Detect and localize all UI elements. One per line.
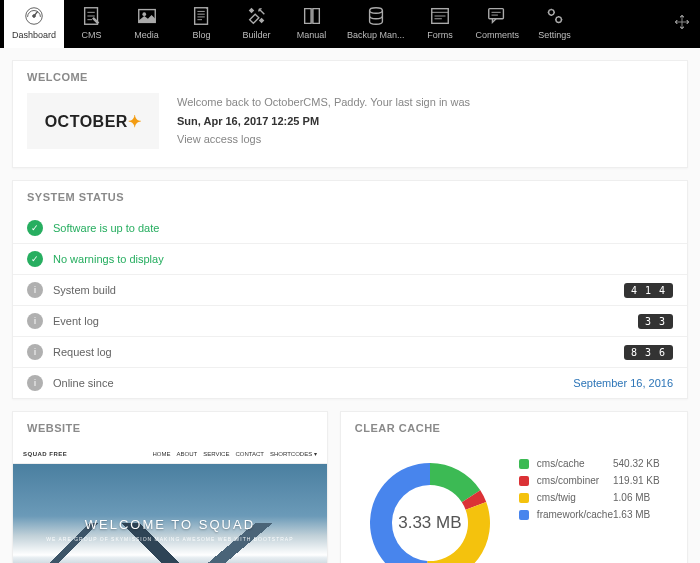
nav-blog[interactable]: Blog [174,0,229,48]
cache-donut-chart: 3.33 MB [355,448,505,563]
check-icon: ✓ [27,220,43,236]
legend-row: cms/twig1.06 MB [519,492,673,503]
preview-nav-item: ABOUT [176,451,197,457]
welcome-card: WELCOME OCTOBER✦ Welcome back to October… [12,60,688,168]
status-row[interactable]: iRequest log8 3 6 [13,336,687,367]
system-status-card: SYSTEM STATUS ✓Software is up to date✓No… [12,180,688,399]
legend-label: cms/twig [537,492,613,503]
hero-subtitle: WE ARE GROUP OF SKYMISSION MAKING AWESOM… [46,536,293,542]
status-link[interactable]: September 16, 2016 [573,377,673,389]
nav-builder[interactable]: Builder [229,0,284,48]
status-row: ✓Software is up to date [13,213,687,243]
legend-row: cms/cache540.32 KB [519,458,673,469]
info-icon: i [27,344,43,360]
legend-value: 1.06 MB [613,492,673,503]
website-preview[interactable]: SQUAD FREE HOMEABOUTSERVICECONTACTSHORTC… [13,444,327,563]
cms-icon [80,4,104,28]
status-label: Software is up to date [53,222,673,234]
status-badge: 3 3 [638,314,673,329]
status-row[interactable]: iSystem build4 1 4 [13,274,687,305]
status-row: ✓No warnings to display [13,243,687,274]
legend-value: 119.91 KB [613,475,673,486]
october-logo: OCTOBER✦ [27,93,159,149]
check-icon: ✓ [27,251,43,267]
view-access-logs-link[interactable]: View access logs [177,130,470,149]
info-icon: i [27,313,43,329]
legend-swatch [519,459,529,469]
status-row[interactable]: iOnline sinceSeptember 16, 2016 [13,367,687,398]
dashboard-icon [22,4,46,28]
status-label: No warnings to display [53,253,673,265]
svg-point-9 [548,10,554,15]
status-heading: SYSTEM STATUS [13,181,687,213]
media-icon [135,4,159,28]
status-label: Online since [53,377,573,389]
nav-settings[interactable]: Settings [527,0,582,48]
svg-rect-8 [489,9,504,19]
legend-label: cms/combiner [537,475,613,486]
preview-nav-item: SERVICE [203,451,229,457]
nav-forms[interactable]: Forms [413,0,468,48]
status-label: Event log [53,315,638,327]
legend-swatch [519,510,529,520]
legend-value: 540.32 KB [613,458,673,469]
info-icon: i [27,282,43,298]
legend-label: cms/cache [537,458,613,469]
preview-nav-item: HOME [152,451,170,457]
cache-heading: CLEAR CACHE [341,412,687,444]
svg-rect-5 [194,8,207,25]
nav-cms[interactable]: CMS [64,0,119,48]
legend-row: cms/combiner119.91 KB [519,475,673,486]
nav-backup-man-[interactable]: Backup Man... [339,0,413,48]
settings-icon [543,4,567,28]
nav-comments[interactable]: Comments [468,0,528,48]
blog-icon [190,4,214,28]
backup-icon [364,4,388,28]
svg-point-10 [555,17,561,22]
move-icon[interactable] [674,14,690,33]
cache-total: 3.33 MB [355,448,505,563]
svg-point-6 [369,8,382,14]
welcome-heading: WELCOME [13,61,687,93]
status-label: Request log [53,346,624,358]
builder-icon [245,4,269,28]
top-nav: DashboardCMSMediaBlogBuilderManualBackup… [0,0,700,48]
info-icon: i [27,375,43,391]
website-card: WEBSITE SQUAD FREE HOMEABOUTSERVICECONTA… [12,411,328,563]
welcome-message: Welcome back to OctoberCMS, Paddy. Your … [177,93,470,149]
legend-swatch [519,493,529,503]
status-label: System build [53,284,624,296]
svg-point-4 [142,12,146,16]
forms-icon [428,4,452,28]
nav-media[interactable]: Media [119,0,174,48]
preview-brand: SQUAD FREE [23,451,67,457]
clear-cache-card: CLEAR CACHE 3.33 MB cms/cache540.32 KBcm… [340,411,688,563]
status-row[interactable]: iEvent log3 3 [13,305,687,336]
nav-dashboard[interactable]: Dashboard [4,0,64,48]
status-badge: 8 3 6 [624,345,673,360]
status-badge: 4 1 4 [624,283,673,298]
preview-nav-item: SHORTCODES [270,451,312,457]
comments-icon [485,4,509,28]
manual-icon [300,4,324,28]
legend-row: framework/cache1.63 MB [519,509,673,520]
nav-manual[interactable]: Manual [284,0,339,48]
svg-point-1 [33,15,36,18]
website-heading: WEBSITE [13,412,327,444]
hero-title: WELCOME TO SQUAD [85,517,255,532]
legend-value: 1.63 MB [613,509,673,520]
leaf-icon: ✦ [128,113,142,130]
legend-swatch [519,476,529,486]
legend-label: framework/cache [537,509,613,520]
preview-nav-item: CONTACT [235,451,264,457]
